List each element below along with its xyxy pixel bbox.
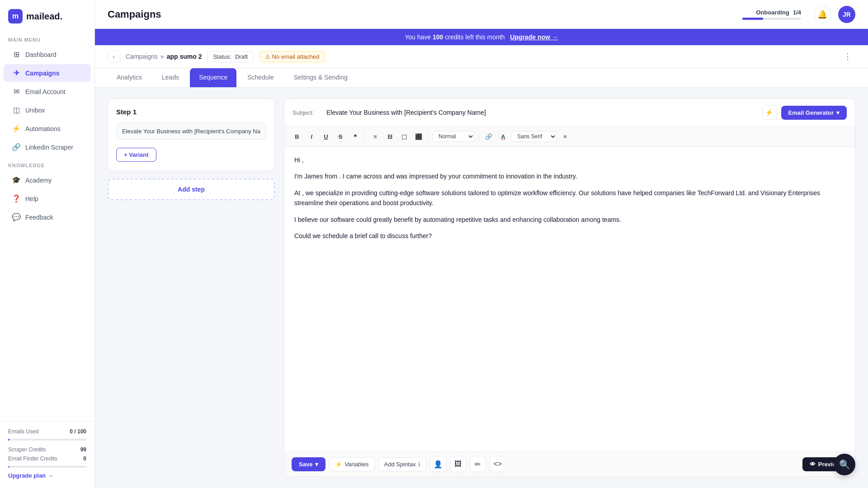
align-right-button[interactable]: ⬛ (412, 130, 425, 143)
editor-bottom-toolbar: Save ▾ ⚡ Variables Add Spintax ℹ 👤 🖼 ✏ <… (284, 451, 855, 477)
email-finder-progress (8, 466, 86, 468)
feedback-icon: 💬 (12, 213, 21, 221)
email-finder-value: 0 (83, 455, 86, 462)
align-left-button[interactable]: ⬚ (398, 130, 410, 143)
save-button[interactable]: Save ▾ (292, 457, 326, 471)
add-step-button[interactable]: Add step (108, 178, 275, 200)
person-icon-button[interactable]: 👤 (430, 456, 446, 472)
sidebar-item-label: Automations (25, 125, 61, 132)
breadcrumb: Campaigns » app sumo 2 (126, 53, 202, 60)
save-chevron: ▾ (315, 461, 318, 468)
sidebar-logo[interactable]: m mailead. (0, 0, 94, 31)
emails-used-progress (8, 439, 86, 441)
logo-icon: m (8, 9, 23, 23)
underline-button[interactable]: U (320, 130, 332, 143)
breadcrumb-arrow: » (160, 53, 164, 60)
upgrade-link[interactable]: Upgrade plan → (8, 472, 86, 479)
tab-sequence[interactable]: Sequence (190, 68, 236, 87)
toolbar-divider-3 (478, 132, 479, 141)
sidebar-bottom: Emails Used 0 / 100 Scraper Credits 99 E… (0, 421, 94, 488)
back-button[interactable]: ‹ (108, 50, 120, 63)
blockquote-button[interactable]: ❝ (349, 130, 361, 143)
sidebar-item-dashboard[interactable]: ⊞ Dashboard (4, 46, 91, 63)
spintax-button[interactable]: Add Spintax ℹ (378, 457, 426, 471)
dashboard-icon: ⊞ (12, 50, 21, 59)
font-color-button[interactable]: A (497, 130, 509, 143)
link-button[interactable]: 🔗 (482, 130, 495, 143)
code-icon-button[interactable]: <> (490, 456, 506, 472)
promo-text-prefix: You have (405, 33, 433, 41)
add-step-label: Add step (178, 186, 205, 193)
variables-icon: ⚡ (335, 461, 342, 468)
sidebar-item-feedback[interactable]: 💬 Feedback (4, 208, 91, 226)
variant-button[interactable]: + Variant (116, 148, 156, 162)
chat-button[interactable]: 🔍 (834, 454, 855, 475)
email-generator-button[interactable]: Email Generator ▾ (781, 106, 847, 120)
email-gen-label: Email Generator (788, 109, 834, 116)
content-area: Step 1 + Variant Add step Subject: Eleva… (95, 88, 868, 488)
more-options-button[interactable]: ⋮ (840, 50, 855, 63)
email-finder-stat: Email Finder Credits 0 (8, 454, 86, 463)
main-menu-label: MAIN MENU (0, 31, 94, 45)
numbered-list-button[interactable]: ⊟ (383, 130, 396, 143)
sidebar-item-automations[interactable]: ⚡ Automations (4, 120, 91, 137)
sidebar-item-email-account[interactable]: ✉ Email Account (4, 83, 91, 100)
variables-label: Variables (344, 461, 368, 468)
breadcrumb-campaigns[interactable]: Campaigns (126, 53, 158, 60)
breadcrumb-current: app sumo 2 (167, 53, 202, 60)
sidebar-item-campaigns[interactable]: ✈ Campaigns (4, 64, 91, 82)
steps-panel: Step 1 + Variant Add step (108, 99, 275, 477)
emails-used-stat: Emails Used 0 / 100 (8, 427, 86, 436)
more-format-button[interactable]: ≡ (559, 130, 571, 143)
top-header: Campaigns Onboarding 1/4 🔔 JR (95, 0, 868, 29)
variant-btn-label: + Variant (124, 151, 149, 158)
logo-text: mailead. (26, 11, 62, 22)
ai-button[interactable]: ⚡ (762, 105, 777, 120)
upgrade-arrow: → (47, 472, 53, 479)
email-paragraph-3: I believe our software could greatly ben… (294, 215, 845, 225)
italic-button[interactable]: I (305, 130, 318, 143)
tab-settings-sending[interactable]: Settings & Sending (285, 68, 357, 87)
tab-schedule[interactable]: Schedule (238, 68, 283, 87)
tab-leads[interactable]: Leads (153, 68, 188, 87)
automations-icon: ⚡ (12, 124, 21, 133)
onboarding-text: Onboarding (756, 9, 789, 16)
sidebar-item-linkedin[interactable]: 🔗 LinkedIn Scraper (4, 138, 91, 156)
main-content: Campaigns Onboarding 1/4 🔔 JR You have 1… (95, 0, 868, 488)
email-finder-label: Email Finder Credits (8, 455, 57, 462)
knowledge-label: KNOWLEDGE (0, 156, 94, 171)
step-subject-input[interactable] (116, 123, 266, 140)
linkedin-icon: 🔗 (12, 143, 21, 151)
tab-analytics[interactable]: Analytics (108, 68, 151, 87)
bold-button[interactable]: B (291, 130, 303, 143)
breadcrumb-bar: ‹ Campaigns » app sumo 2 Status: Draft ⚠… (95, 45, 868, 68)
unibox-icon: ◫ (12, 106, 21, 114)
sidebar-item-unibox[interactable]: ◫ Unibox (4, 101, 91, 119)
status-value: Draft (235, 53, 248, 60)
onboarding-box: Onboarding 1/4 (742, 9, 801, 20)
font-family-select[interactable]: Sans Serif Serif Monospace (511, 131, 557, 142)
variables-button[interactable]: ⚡ Variables (329, 457, 374, 471)
status-badge: Status: Draft (207, 51, 254, 62)
format-select[interactable]: Normal Heading 1 Heading 2 (433, 131, 475, 142)
email-gen-chevron: ▾ (836, 109, 840, 116)
sidebar-item-help[interactable]: ❓ Help (4, 190, 91, 207)
signature-icon-button[interactable]: ✏ (470, 456, 486, 472)
scraper-credits-stat: Scraper Credits 99 (8, 445, 86, 454)
no-email-badge: ⚠ No email attached (259, 51, 325, 62)
sidebar: m mailead. MAIN MENU ⊞ Dashboard ✈ Campa… (0, 0, 95, 488)
tabs-row: Analytics Leads Sequence Schedule Settin… (95, 68, 868, 88)
avatar[interactable]: JR (838, 6, 855, 23)
bullet-list-button[interactable]: ≡ (369, 130, 382, 143)
editor-panel: Subject: Elevate Your Business with [Rec… (284, 99, 855, 477)
email-body[interactable]: Hi , I'm James from . I came across and … (284, 147, 855, 451)
promo-cta[interactable]: Upgrade now → (510, 33, 558, 41)
campaigns-icon: ✈ (12, 69, 21, 77)
promo-credits: 100 (433, 33, 443, 41)
strikethrough-button[interactable]: S (334, 130, 347, 143)
notification-button[interactable]: 🔔 (814, 6, 831, 23)
sidebar-item-label: LinkedIn Scraper (25, 144, 73, 151)
sidebar-item-academy[interactable]: 🎓 Academy (4, 171, 91, 189)
status-label: Status: (213, 53, 231, 60)
image-icon-button[interactable]: 🖼 (450, 456, 466, 472)
